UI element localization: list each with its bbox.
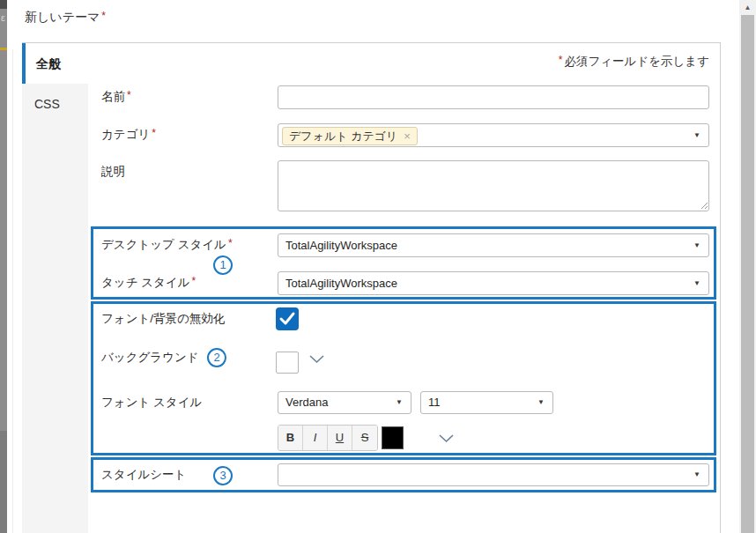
desktop-style-value: TotalAgilityWorkspace <box>285 239 397 252</box>
background-page-header <box>0 0 7 9</box>
dialog-title-text: 新しいテーマ <box>25 10 100 24</box>
stylesheet-select[interactable]: ▼ <box>278 463 709 486</box>
tab-general-label: 全般 <box>36 56 61 70</box>
category-tag: デフォルト カテゴリ× <box>282 127 418 145</box>
background-partial-icon: ε <box>1 12 5 23</box>
tab-general[interactable]: 全般 <box>22 43 88 84</box>
font-color-swatch[interactable] <box>382 426 404 449</box>
disable-font-background-label: フォント/背景の無効化 <box>101 311 225 327</box>
scrollbar-thumb[interactable] <box>741 15 754 533</box>
touch-style-select[interactable]: TotalAgilityWorkspace ▼ <box>278 271 709 295</box>
touch-style-label: タッチ スタイル* <box>101 275 196 291</box>
dropdown-arrow-icon: ▼ <box>693 272 700 294</box>
bold-button[interactable]: B <box>278 426 303 450</box>
category-label: カテゴリ* <box>101 127 156 143</box>
new-theme-dialog-screen: ε 新しいテーマ* 全般 CSS *必須フィールドを示します 名前* カテゴリ*… <box>0 0 756 533</box>
required-fields-note: *必須フィールドを示します <box>278 54 709 70</box>
description-label: 説明 <box>101 164 125 180</box>
chevron-down-icon[interactable] <box>309 355 324 364</box>
desktop-style-select[interactable]: TotalAgilityWorkspace ▼ <box>278 233 709 257</box>
background-label: バックグラウンド <box>101 350 199 366</box>
touch-style-value: TotalAgilityWorkspace <box>285 277 397 290</box>
name-label: 名前* <box>101 89 131 105</box>
disable-font-background-checkbox[interactable] <box>276 307 299 330</box>
name-input[interactable] <box>278 85 709 109</box>
underline-button[interactable]: U <box>328 426 352 450</box>
font-size-value: 11 <box>428 396 441 409</box>
background-page-footer <box>0 431 7 533</box>
checkmark-icon <box>278 311 296 327</box>
description-textarea[interactable] <box>278 160 709 211</box>
dialog-left-edge <box>12 49 13 533</box>
background-page-strip: ε <box>0 0 7 533</box>
tab-css[interactable]: CSS <box>22 84 88 124</box>
dialog-title: 新しいテーマ* <box>25 10 106 26</box>
dropdown-arrow-icon: ▼ <box>396 392 403 413</box>
dropdown-arrow-icon: ▼ <box>693 463 700 485</box>
touch-required-asterisk: * <box>191 275 196 287</box>
remove-tag-icon[interactable]: × <box>404 130 411 143</box>
name-required-asterisk: * <box>127 89 131 101</box>
font-style-label: フォント スタイル <box>101 395 202 411</box>
note-text: 必須フィールドを示します <box>564 55 709 68</box>
new-theme-dialog <box>7 0 756 533</box>
chevron-down-icon[interactable] <box>439 434 454 443</box>
desktop-style-label: デスクトップ スタイル* <box>101 237 233 253</box>
title-required-asterisk: * <box>101 10 106 22</box>
category-required-asterisk: * <box>152 127 156 139</box>
tab-css-label: CSS <box>34 97 60 111</box>
note-required-asterisk: * <box>559 54 563 66</box>
background-color-swatch[interactable] <box>276 352 299 374</box>
dropdown-arrow-icon: ▼ <box>537 392 545 413</box>
dropdown-arrow-icon: ▼ <box>693 234 700 256</box>
category-multiselect[interactable]: デフォルト カテゴリ× ▼ <box>278 123 709 147</box>
dropdown-arrow-icon: ▼ <box>693 131 700 139</box>
background-yellow-divider <box>0 48 7 50</box>
format-toolbar: B I U S <box>278 425 378 451</box>
strikethrough-button[interactable]: S <box>352 426 377 450</box>
font-family-value: Verdana <box>285 396 328 409</box>
scroll-up-icon: ▲ <box>745 4 752 11</box>
font-family-select[interactable]: Verdana ▼ <box>278 391 411 414</box>
desktop-required-asterisk: * <box>228 237 233 249</box>
category-tag-label: デフォルト カテゴリ <box>289 130 397 143</box>
stylesheet-label: スタイルシート <box>101 467 186 483</box>
scroll-up-button[interactable]: ▲ <box>739 0 756 15</box>
font-size-select[interactable]: 11 ▼ <box>420 391 553 414</box>
vertical-scrollbar[interactable]: ▲ <box>739 0 756 533</box>
italic-button[interactable]: I <box>303 426 328 450</box>
